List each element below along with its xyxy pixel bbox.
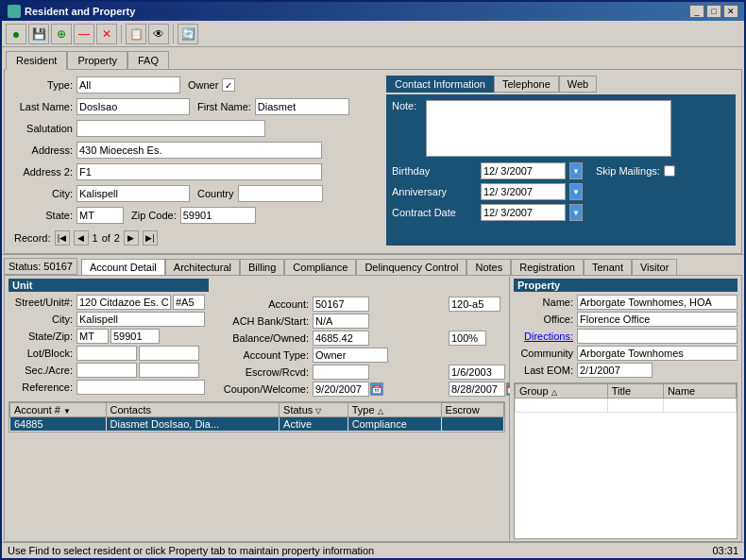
type-input[interactable] xyxy=(76,76,180,93)
sep2 xyxy=(173,25,174,43)
ach-input[interactable] xyxy=(313,314,369,329)
zipcode-input[interactable] xyxy=(180,207,256,224)
note-textarea[interactable] xyxy=(426,100,671,157)
col-name[interactable]: Name xyxy=(663,384,736,399)
owner-checkbox[interactable]: ✓ xyxy=(222,78,235,92)
prop-community-input[interactable] xyxy=(577,346,738,361)
address-input[interactable] xyxy=(76,142,322,159)
account-num-input[interactable] xyxy=(313,297,369,312)
city-input[interactable] xyxy=(76,185,190,202)
right-table-container: Group △ Title Name xyxy=(514,382,738,539)
nav-first[interactable]: |◀ xyxy=(55,230,70,246)
tab-registration[interactable]: Registration xyxy=(511,259,584,275)
sort-icon-group: △ xyxy=(551,388,557,397)
salutation-input[interactable] xyxy=(76,120,265,137)
prop-eom-input[interactable] xyxy=(577,363,653,378)
unit-state-input[interactable] xyxy=(76,329,109,344)
account-sub-input[interactable] xyxy=(449,297,500,312)
nav-prev[interactable]: ◀ xyxy=(74,230,89,246)
table-row[interactable]: 64885 Diasmet DosIsao, Dia... Active Com… xyxy=(10,417,504,432)
prop-directions-input[interactable] xyxy=(577,329,738,344)
acre-input[interactable] xyxy=(139,363,199,378)
escrow-date-input[interactable] xyxy=(449,365,505,380)
tab-faq[interactable]: FAQ xyxy=(127,51,169,69)
balance-pct-input[interactable] xyxy=(449,331,486,346)
street-unit-label: Street/Unit#: xyxy=(8,297,75,308)
save-button[interactable]: 💾 xyxy=(28,24,49,44)
delete-button[interactable]: ✕ xyxy=(96,24,117,44)
reference-input[interactable] xyxy=(76,380,205,395)
balance-input[interactable] xyxy=(313,331,369,346)
address2-input[interactable] xyxy=(76,163,322,180)
col-account-num[interactable]: Account # ▼ xyxy=(10,403,107,417)
record-current: 1 xyxy=(93,232,98,244)
welcome-input[interactable] xyxy=(449,382,505,397)
street-unit-input[interactable] xyxy=(76,295,171,310)
birthday-input[interactable] xyxy=(481,162,566,179)
unit-zip-input[interactable] xyxy=(110,329,160,344)
circle-btn[interactable]: ● xyxy=(6,24,26,44)
country-input[interactable] xyxy=(238,185,323,202)
remove-button[interactable]: — xyxy=(74,24,94,44)
refresh-button[interactable]: 🔄 xyxy=(178,24,198,44)
unit-header: Unit xyxy=(8,279,209,292)
view-button[interactable]: 👁 xyxy=(148,24,169,44)
tab-architectural[interactable]: Architectural xyxy=(165,259,240,275)
col-group[interactable]: Group △ xyxy=(516,384,608,399)
firstname-input[interactable] xyxy=(255,98,349,115)
tab-compliance[interactable]: Compliance xyxy=(284,259,356,275)
col-type[interactable]: Type △ xyxy=(348,403,441,417)
unit-account-area: Unit Street/Unit#: City: State/Zip: xyxy=(5,276,509,399)
col-title[interactable]: Title xyxy=(607,384,663,399)
prop-name-input[interactable] xyxy=(577,295,738,310)
tab-visitor[interactable]: Visitor xyxy=(632,259,677,275)
skip-mailings-checkbox[interactable] xyxy=(664,165,675,177)
contract-date-input[interactable] xyxy=(481,204,566,221)
anniversary-arrow[interactable]: ▼ xyxy=(569,183,583,200)
escrow-input[interactable] xyxy=(313,365,369,380)
prop-office-input[interactable] xyxy=(577,312,738,327)
right-table-empty-row xyxy=(516,399,737,413)
tab-tenant[interactable]: Tenant xyxy=(584,259,632,275)
unit-city-label: City: xyxy=(8,314,75,325)
add-button[interactable]: ⊕ xyxy=(51,24,72,44)
sec-input[interactable] xyxy=(76,363,137,378)
birthday-arrow[interactable]: ▼ xyxy=(569,162,583,179)
prop-directions-label[interactable]: Directions: xyxy=(514,331,575,342)
tab-property[interactable]: Property xyxy=(67,51,127,69)
nav-next[interactable]: ▶ xyxy=(124,230,139,246)
balance-label: Balance/Owned: xyxy=(216,332,311,344)
anniversary-input[interactable] xyxy=(481,183,566,200)
minimize-button[interactable]: _ xyxy=(689,5,704,18)
contract-date-arrow[interactable]: ▼ xyxy=(569,204,583,221)
contact-panel: Note: Birthday ▼ Skip Mailings: Annivers… xyxy=(386,94,736,246)
state-input[interactable] xyxy=(76,207,124,224)
close-button[interactable]: ✕ xyxy=(723,5,738,18)
lot-input[interactable] xyxy=(76,346,137,361)
block-input[interactable] xyxy=(139,346,199,361)
coupon-cal-icon[interactable]: 📅 xyxy=(370,382,383,396)
tab-billing[interactable]: Billing xyxy=(240,259,284,275)
lastname-input[interactable] xyxy=(76,98,190,115)
cell-type: Compliance xyxy=(348,417,441,432)
col-contacts[interactable]: Contacts xyxy=(106,403,280,417)
col-escrow[interactable]: Escrow xyxy=(441,403,503,417)
tab-notes[interactable]: Notes xyxy=(466,259,511,275)
tab-account-detail[interactable]: Account Detail xyxy=(81,259,165,276)
tab-resident[interactable]: Resident xyxy=(6,51,67,70)
unit-city-input[interactable] xyxy=(76,312,205,327)
tab-web[interactable]: Web xyxy=(559,76,597,93)
tab-telephone[interactable]: Telephone xyxy=(494,76,559,93)
sort-icon-type: △ xyxy=(378,407,383,416)
nav-last[interactable]: ▶| xyxy=(143,230,158,246)
col-status[interactable]: Status ▽ xyxy=(280,403,348,417)
tab-contact-info[interactable]: Contact Information xyxy=(386,76,494,93)
copy-button[interactable]: 📋 xyxy=(126,24,146,44)
unit-num-input[interactable] xyxy=(173,295,205,310)
tab-delinquency[interactable]: Delinquency Control xyxy=(356,259,466,275)
type-label: Type: xyxy=(10,79,76,91)
acct-type-input[interactable] xyxy=(313,348,388,363)
salutation-label: Salutation xyxy=(10,123,76,134)
maximize-button[interactable]: □ xyxy=(706,5,721,18)
coupon-input[interactable] xyxy=(313,382,369,397)
